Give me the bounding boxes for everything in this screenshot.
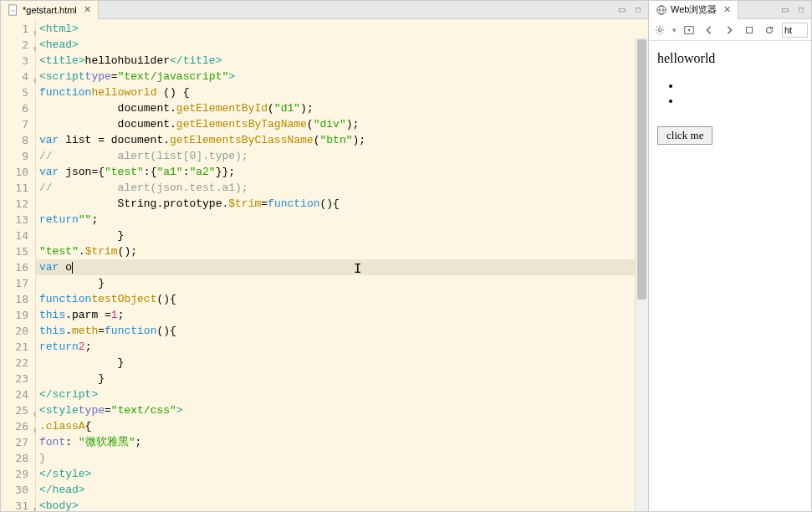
code-line[interactable]: <title>hellohbuilder</title> [36, 53, 648, 69]
code-line[interactable]: function helloworld () { [36, 84, 648, 100]
minimize-icon[interactable]: ▭ [615, 4, 628, 16]
browser-toolbar: ▾ [649, 19, 811, 41]
svg-point-5 [658, 28, 661, 32]
gear-icon[interactable] [652, 23, 667, 38]
code-line[interactable]: this.meth=function(){ [36, 323, 648, 339]
line-number: 7 [1, 116, 33, 132]
line-number: 20 [1, 323, 33, 339]
line-number: 5 [1, 84, 33, 100]
line-number: 10 [1, 164, 33, 180]
editor-tab-bar: <> *getstart.html ✕ ▭ □ [1, 1, 648, 19]
vertical-scrollbar[interactable] [635, 38, 648, 511]
svg-rect-7 [747, 27, 753, 33]
browser-content: helloworld click me [649, 41, 811, 511]
list-item [681, 95, 803, 110]
line-number: 12 [1, 196, 33, 212]
gear-dropdown-icon[interactable]: ▾ [672, 26, 677, 34]
browser-maximize-icon[interactable]: □ [794, 4, 808, 16]
browser-tab-title: Web浏览器 [671, 3, 717, 16]
code-line[interactable]: .classA{ [36, 418, 648, 434]
code-line[interactable]: </head> [36, 482, 648, 498]
code-line[interactable]: return ""; [36, 212, 648, 228]
list-item [681, 79, 803, 95]
forward-icon[interactable] [722, 23, 737, 38]
browser-minimize-icon[interactable]: ▭ [778, 4, 791, 16]
tab-close-icon[interactable]: ✕ [84, 4, 91, 15]
refresh-icon[interactable] [762, 23, 777, 38]
code-line[interactable]: document.getElementById("d1"); [36, 100, 648, 116]
line-number: 8 [1, 132, 33, 148]
code-line[interactable]: } [36, 450, 648, 466]
browser-panel: Web浏览器 ✕ ▭ □ ▾ helloworld [649, 0, 812, 512]
svg-text:<>: <> [11, 8, 16, 13]
line-number: 30 [1, 482, 33, 498]
editor-body: 1⊟2⊟34⊟567891011121314151617181920212223… [1, 19, 648, 511]
code-line[interactable]: "test".$trim(); [36, 243, 648, 259]
code-line[interactable]: } [36, 275, 648, 291]
code-line[interactable]: var json={"test":{"a1":"a2"}}; [36, 164, 648, 180]
code-line[interactable]: <body> [36, 498, 648, 511]
code-line[interactable]: // alert(list[0].type); [36, 148, 648, 164]
line-number: 23 [1, 371, 33, 387]
code-line[interactable]: } [36, 371, 648, 387]
line-number: 9 [1, 148, 33, 164]
line-number: 4⊟ [1, 69, 33, 84]
maximize-icon[interactable]: □ [631, 4, 645, 16]
url-input[interactable] [782, 23, 808, 38]
code-line[interactable]: } [36, 228, 648, 243]
line-number: 28 [1, 450, 33, 466]
bullet-list [657, 79, 803, 110]
code-line[interactable]: <script type="text/javascript"> [36, 69, 648, 84]
globe-icon [656, 4, 667, 16]
line-number: 18 [1, 291, 33, 307]
line-number-gutter: 1⊟2⊟34⊟567891011121314151617181920212223… [1, 19, 36, 511]
code-line[interactable]: </script> [36, 387, 648, 402]
code-line[interactable]: <head> [36, 37, 648, 53]
line-number: 27 [1, 434, 33, 450]
line-number: 15 [1, 243, 33, 259]
code-line[interactable]: } [36, 355, 648, 371]
code-line[interactable]: function testObject(){ [36, 291, 648, 307]
code-line[interactable]: return 2; [36, 339, 648, 355]
browser-tab-close-icon[interactable]: ✕ [723, 4, 731, 15]
page-heading: helloworld [657, 51, 803, 66]
click-me-button[interactable]: click me [657, 126, 712, 145]
editor-tab-title: *getstart.html [23, 5, 77, 15]
line-number: 1⊟ [1, 21, 33, 37]
line-number: 11 [1, 180, 33, 196]
line-number: 13 [1, 212, 33, 228]
browser-tab[interactable]: Web浏览器 ✕ [649, 1, 738, 19]
back-icon[interactable] [702, 23, 717, 38]
stop-icon[interactable] [742, 23, 757, 38]
code-line[interactable]: <style type="text/css"> [36, 402, 648, 418]
line-number: 29 [1, 466, 33, 482]
go-icon[interactable] [682, 23, 697, 38]
browser-window-controls: ▭ □ [778, 4, 808, 16]
browser-tab-bar: Web浏览器 ✕ ▭ □ [649, 1, 811, 19]
line-number: 26⊟ [1, 418, 33, 434]
code-line[interactable]: document.getElementsByTagName("div"); [36, 116, 648, 132]
code-line[interactable]: var o [36, 259, 648, 275]
code-line[interactable]: String.prototype.$trim=function(){ [36, 196, 648, 212]
code-line[interactable]: var list = document.getElementsByClassNa… [36, 132, 648, 148]
code-area[interactable]: <html> <head> <title>hellohbuilder</titl… [36, 19, 648, 511]
scrollbar-thumb[interactable] [637, 39, 646, 300]
line-number: 16 [1, 259, 33, 275]
editor-panel: <> *getstart.html ✕ ▭ □ 1⊟2⊟34⊟567891011… [0, 0, 649, 512]
line-number: 22 [1, 355, 33, 371]
code-line[interactable]: this.parm =1; [36, 307, 648, 323]
line-number: 17 [1, 275, 33, 291]
line-number: 2⊟ [1, 37, 33, 53]
line-number: 24 [1, 387, 33, 402]
line-number: 14 [1, 228, 33, 243]
code-line[interactable]: </style> [36, 466, 648, 482]
html-file-icon: <> [8, 4, 19, 16]
editor-tab[interactable]: <> *getstart.html ✕ [1, 1, 99, 19]
line-number: 31⊟ [1, 498, 33, 511]
code-line[interactable]: <html> [36, 21, 648, 37]
code-line[interactable]: // alert(json.test.a1); [36, 180, 648, 196]
line-number: 6 [1, 100, 33, 116]
line-number: 25⊟ [1, 402, 33, 418]
text-cursor [72, 262, 73, 274]
code-line[interactable]: font: "微软雅黑"; [36, 434, 648, 450]
